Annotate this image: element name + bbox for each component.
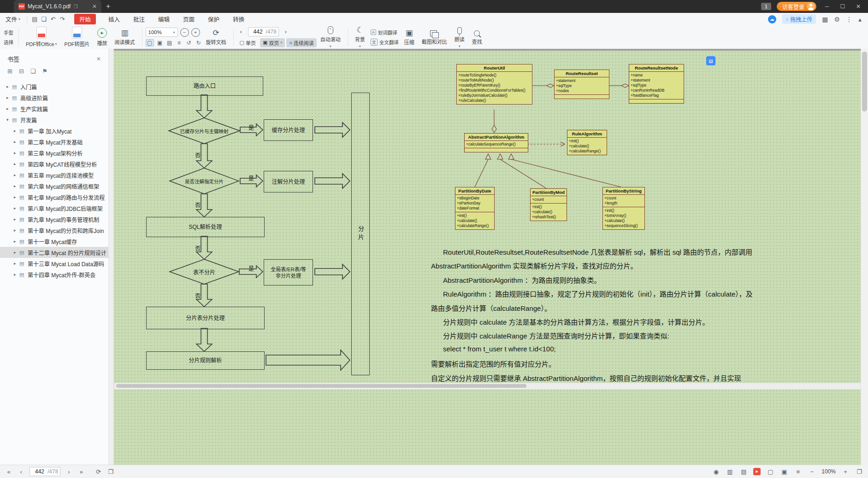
save-icon[interactable] [30, 16, 39, 23]
flag-icon[interactable] [42, 68, 47, 75]
bookmark-item[interactable]: 第四章 MyCAT线程模型分析 [0, 158, 108, 169]
bookmark-item[interactable]: 生产实践篇 [0, 103, 108, 114]
more-icon[interactable] [846, 16, 852, 23]
last-page-icon[interactable] [77, 468, 85, 475]
tab-popout-icon[interactable]: ❐ [73, 4, 77, 9]
tab-comment[interactable]: 批注 [132, 14, 146, 24]
page-number-box[interactable]: /478 [30, 467, 60, 476]
find-button[interactable]: 查找 [468, 29, 486, 45]
fit-width-icon[interactable] [166, 40, 173, 46]
bookmark-item[interactable]: 第二章 Mycat开发基础 [0, 136, 108, 147]
zoom-out-icon[interactable] [808, 468, 816, 475]
pdf-to-image-button[interactable]: PDF转图片 [61, 27, 94, 47]
bookmark-item[interactable]: 入门篇 [0, 81, 108, 92]
new-tab-button[interactable]: + [106, 2, 110, 11]
scrollbar-thumb[interactable] [116, 384, 526, 388]
guest-login-button[interactable]: 访客登录 [777, 2, 816, 11]
maximize-button[interactable] [838, 3, 848, 10]
collapse-ribbon-icon[interactable] [858, 16, 862, 23]
tab-insert[interactable]: 插入 [107, 14, 121, 24]
select-tool-button[interactable]: 选择 [2, 38, 15, 46]
collapse-all-icon[interactable] [19, 68, 24, 75]
horizontal-scrollbar[interactable] [114, 383, 861, 390]
annotation-marker[interactable] [706, 56, 715, 65]
double-page-icon[interactable] [780, 468, 788, 475]
pdf-to-office-button[interactable]: PDF转Office [22, 27, 61, 47]
bookmark-item[interactable]: 第十一章 Mycat缓存 [0, 236, 108, 247]
bookmark-item[interactable]: 第三章 Mycat架构分析 [0, 147, 108, 158]
bookmark-item[interactable]: 第十四章 Mycat外传-群英会 [0, 269, 108, 280]
page-number-box[interactable]: /478 [248, 27, 279, 36]
bookmark-item[interactable]: 第一章 加入Mycat [0, 125, 108, 136]
tab-protect[interactable]: 保护 [207, 14, 220, 24]
bookmark-item[interactable]: 开发篇 [0, 114, 108, 125]
bookmark-item[interactable]: 第七章 Mycat的路由与分发流程 [0, 192, 108, 203]
tab-page[interactable]: 页面 [182, 14, 195, 24]
read-mode-icon[interactable] [726, 468, 734, 475]
page-number-input[interactable] [250, 28, 266, 35]
background-button[interactable]: 背景 [351, 26, 369, 48]
close-button[interactable] [853, 3, 863, 10]
tab-close-icon[interactable]: ✕ [92, 3, 97, 10]
tab-edit[interactable]: 编辑 [157, 14, 171, 24]
drag-upload-chip[interactable]: 拖拽上传 [782, 14, 816, 24]
bookmark-item[interactable]: 第八章 Mycat的JDBC后端框架 [0, 203, 108, 214]
auto-scroll-button[interactable]: 自动滚动 [317, 26, 344, 48]
bookmark-item[interactable]: 第九章 Mycat的事务管理机制 [0, 214, 108, 225]
fit-page-icon[interactable] [156, 40, 164, 46]
settings-icon[interactable] [834, 16, 840, 23]
full-translate-button[interactable]: 文全文翻译 [369, 38, 401, 46]
bookmark-item-selected[interactable]: 第十二章 Mycat 的分片规则设计 [0, 247, 108, 258]
scrollbar-thumb[interactable] [862, 52, 867, 111]
bookmark-item[interactable]: 第十章 Mycat的分页和跨库Join [0, 225, 108, 236]
thumbnail-icon[interactable] [739, 468, 748, 475]
zoom-in-icon[interactable] [841, 468, 850, 475]
file-menu[interactable]: 文件 [0, 15, 24, 23]
rotate-left-icon[interactable] [185, 40, 193, 46]
reading-mode-button[interactable]: 阅读模式 [111, 29, 139, 46]
play-button[interactable]: 播放 [94, 28, 111, 47]
vertical-scrollbar[interactable] [861, 49, 868, 465]
screenshot-compare-button[interactable]: 截图和对比 [418, 29, 451, 45]
apps-grid-icon[interactable] [822, 16, 828, 23]
single-page-icon[interactable] [766, 468, 774, 475]
prev-page-icon[interactable] [237, 28, 245, 35]
redo-icon[interactable] [58, 16, 67, 23]
rotate-right-icon[interactable] [195, 40, 202, 46]
zoom-select[interactable]: 100% [146, 28, 178, 37]
tab-convert[interactable]: 转换 [232, 14, 245, 24]
bookmark-item[interactable]: 第六章 Mycat的网络通信框架 [0, 181, 108, 192]
print-icon[interactable] [39, 16, 48, 23]
bookmark-item[interactable]: 第五章 mycat的连接池模型 [0, 169, 108, 181]
bookmark-item[interactable]: 第十三章 Mycat Load Data源码 [0, 258, 108, 269]
record-icon[interactable] [753, 468, 761, 475]
next-page-icon[interactable] [282, 28, 290, 35]
continuous-icon[interactable] [794, 468, 802, 475]
close-panel-icon[interactable]: ✕ [96, 56, 101, 62]
read-aloud-button[interactable]: 朗读 [451, 26, 468, 48]
compress-button[interactable]: 压缩 [401, 29, 418, 46]
double-page-button[interactable]: 双页 [260, 38, 285, 47]
panel-splitter[interactable] [109, 49, 114, 465]
eye-protect-icon[interactable] [712, 468, 720, 475]
add-bookmark-icon[interactable] [30, 68, 36, 75]
zoom-out-icon[interactable]: − [180, 28, 189, 37]
continuous-button[interactable]: 连续阅读 [286, 38, 316, 47]
document-tab[interactable]: Mycat_V1.6.0.pdf ❐ ✕ [14, 0, 101, 13]
bookmark-item[interactable]: 高级进阶篇 [0, 92, 108, 103]
first-page-icon[interactable] [5, 468, 13, 475]
zoom-level[interactable]: 100% [821, 468, 836, 475]
fullscreen-icon[interactable] [855, 468, 863, 475]
page-number-input[interactable] [32, 468, 47, 475]
single-page-button[interactable]: 单页 [237, 38, 259, 47]
expand-all-icon[interactable] [7, 68, 12, 75]
prev-page-icon[interactable] [17, 468, 25, 475]
zoom-in-icon[interactable]: + [191, 28, 200, 37]
cloud-sync-icon[interactable] [768, 15, 776, 23]
fit-visible-icon[interactable] [176, 40, 183, 46]
next-page-icon[interactable] [65, 468, 73, 475]
word-translate-button[interactable]: A划词翻译 [369, 29, 401, 36]
rotate-doc-button[interactable]: 旋转文档 [202, 29, 230, 46]
actual-size-icon[interactable] [146, 39, 154, 47]
refresh-icon[interactable] [94, 468, 102, 475]
